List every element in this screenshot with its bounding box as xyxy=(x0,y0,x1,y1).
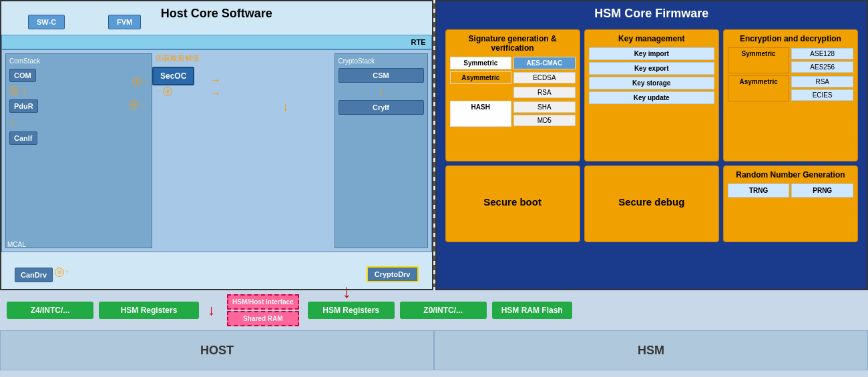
hsm-panel-title: HSM Core Firmware xyxy=(442,7,862,21)
arrow2: ② xyxy=(9,86,19,95)
aes-cmac-label: AES-CMAC xyxy=(513,57,576,69)
secure-debug-title: Secure debug xyxy=(618,196,684,208)
prng-item: PRNG xyxy=(791,183,853,198)
interface-shared-area: HSM/Host Interface Shared RAM xyxy=(227,294,299,326)
comstack-label: ComStack xyxy=(9,57,148,65)
arrow5: → xyxy=(209,73,221,87)
secure-boot-title: Secure boot xyxy=(483,196,541,208)
sig-card-title: Signature generation & verification xyxy=(450,34,576,53)
z0-box: Z0/INTC/... xyxy=(400,302,487,319)
hsm-ram-flash-box: HSM RAM Flash xyxy=(492,302,572,319)
host-panel: Host Core Software SW-C FVM ↓ ①发送信号 RTE … xyxy=(0,0,433,290)
hsm-panel: HSM Core Firmware Signature generation &… xyxy=(435,0,869,290)
host-hsm-row: HOST HSM xyxy=(0,330,868,370)
hsm-host-interface: HSM/Host Interface xyxy=(227,294,299,310)
hash-label: HASH xyxy=(450,101,512,127)
sha-label: SHA xyxy=(513,101,576,113)
bottom-section: Z4/INTC/... HSM Registers ↓ HSM/Host Int… xyxy=(0,290,868,377)
sw-c-box: SW-C xyxy=(28,15,65,29)
rsa-label: RSA xyxy=(513,87,576,98)
pdur-box: PduR xyxy=(9,99,38,113)
csm-box: CSM xyxy=(339,68,424,83)
hsm-registers-hsm-box: HSM Registers xyxy=(308,302,395,319)
enc-dec-title: Encryption and decryption xyxy=(728,34,853,43)
freshness-label: ④获取新鲜值 xyxy=(156,53,200,63)
sig-card: Signature generation & verification Symm… xyxy=(445,29,580,161)
enc-inner: Symmetric ASE128 AES256 Asymmetric RSA E… xyxy=(728,47,853,101)
com-box: COM xyxy=(9,69,36,82)
enc-symmetric-label: Symmetric xyxy=(728,47,790,73)
aes256-label: AES256 xyxy=(791,61,853,73)
key-import: Key import xyxy=(589,47,714,60)
arrow9: ⑨← xyxy=(129,100,147,109)
asymmetric-label: Asymmetric xyxy=(450,71,512,84)
hsm-grid: Signature generation & verification Symm… xyxy=(442,26,862,280)
key-mgmt-items: Key import Key export Key storage Key up… xyxy=(589,47,714,104)
red-arrow-area: ↓ xyxy=(208,303,215,318)
ecies-label: ECIES xyxy=(791,89,853,101)
arrow-csm-cryif: ↕ xyxy=(339,86,424,97)
key-mgmt-title: Key management xyxy=(589,34,714,43)
enc-asymmetric-label: Asymmetric xyxy=(728,75,790,101)
ecdsa-label: ECDSA xyxy=(513,72,576,83)
comstack-area: ComStack COM ② ↓ PduR ↓ CanIf xyxy=(5,53,152,248)
trng-item: TRNG xyxy=(728,183,790,198)
secoc-box: SecOC xyxy=(152,67,194,85)
key-update: Key update xyxy=(589,91,714,104)
main-container: Host Core Software SW-C FVM ↓ ①发送信号 RTE … xyxy=(0,0,868,377)
canif-box: CanIf xyxy=(9,131,37,145)
rng-title: Random Number Generation xyxy=(728,170,853,179)
top-section: Host Core Software SW-C FVM ↓ ①发送信号 RTE … xyxy=(0,0,868,290)
arrow8: ←⑧ xyxy=(156,87,174,96)
sig-inner-grid: Symmetric AES-CMAC Asymmetric ECDSA RSA … xyxy=(450,57,576,127)
cryptodrv-box: CryptoDrv xyxy=(367,266,419,282)
mcal-label: MCAL xyxy=(7,241,26,248)
rng-inner: TRNG PRNG xyxy=(728,183,853,198)
aes128-label: ASE128 xyxy=(791,48,853,59)
host-label: HOST xyxy=(0,330,434,370)
hsm-label: HSM xyxy=(434,330,868,370)
arrow3: ③→ xyxy=(132,77,150,86)
registers-row: Z4/INTC/... HSM Registers ↓ HSM/Host Int… xyxy=(0,290,868,330)
candrv-box: CanDrv xyxy=(15,268,53,282)
z4-box: Z4/INTC/... xyxy=(7,302,93,319)
cryptostack-area: CryptoStack CSM ↕ CryIf xyxy=(335,53,428,248)
enc-rsa-label: RSA xyxy=(791,76,853,87)
hsm-registers-host-box: HSM Registers xyxy=(99,302,199,319)
shared-ram-box: Shared RAM xyxy=(227,311,299,326)
key-storage: Key storage xyxy=(589,77,714,89)
key-export: Key export xyxy=(589,62,714,75)
cryptostack-label: CryptoStack xyxy=(339,57,424,65)
secure-boot-card: Secure boot xyxy=(445,165,580,242)
big-red-arrow-down: ↓ xyxy=(343,281,352,302)
cryif-box: CryIf xyxy=(339,100,424,115)
symmetric-label: Symmetric xyxy=(450,57,512,69)
rng-card: Random Number Generation TRNG PRNG xyxy=(723,165,858,242)
bsw-inner: ComStack COM ② ↓ PduR ↓ CanIf ④获取新鲜值 xyxy=(1,49,432,252)
secure-debug-card: Secure debug xyxy=(584,165,719,242)
key-mgmt-card: Key management Key import Key export Key… xyxy=(584,29,719,161)
host-panel-title: Host Core Software xyxy=(7,7,427,21)
md5-label: MD5 xyxy=(513,115,576,126)
arrow6: → xyxy=(209,87,221,101)
fvm-box: FVM xyxy=(108,15,141,29)
arrow10: ⑩↑ xyxy=(55,268,69,277)
rte-bar: RTE xyxy=(1,35,432,49)
enc-dec-card: Encryption and decryption Symmetric ASE1… xyxy=(723,29,858,161)
arrow7: ↓ xyxy=(282,100,288,114)
